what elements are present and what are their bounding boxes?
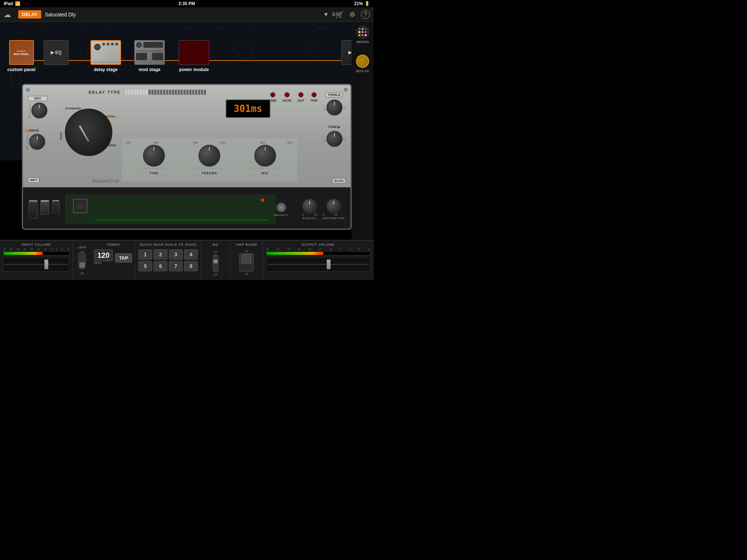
analog-label: ANALOG — [302, 217, 317, 220]
amp-toggle[interactable] — [239, 253, 254, 272]
input-fader[interactable] — [3, 257, 70, 272]
chain-item-eq-left[interactable]: ▶ EQ — [44, 40, 69, 65]
feedbk-knob[interactable] — [198, 145, 220, 167]
snap-btn-8[interactable]: 8 — [184, 261, 198, 271]
capacitors — [29, 200, 59, 218]
design-button[interactable]: DESIGN — [356, 26, 369, 44]
ng-on-label: on — [214, 250, 217, 253]
tap-button[interactable]: TAP — [115, 253, 132, 262]
chain-item-mod-stage[interactable]: mod stage — [134, 40, 165, 72]
tone-knob[interactable] — [326, 131, 342, 147]
saturation-knob[interactable] — [326, 199, 341, 213]
selector-dial[interactable] — [65, 109, 112, 156]
time-min-label: MIN — [126, 141, 131, 144]
output-fader[interactable] — [266, 257, 370, 272]
dot-green — [361, 28, 363, 30]
dot-red — [359, 28, 360, 30]
chain-item-delay-stage[interactable]: delay stage — [90, 40, 121, 72]
treble-knob[interactable] — [326, 100, 342, 116]
ng-slider-left[interactable] — [213, 254, 218, 272]
bias-fx-button[interactable]: BIAS FX — [356, 55, 369, 73]
preset-dropdown-button[interactable]: ▼ — [323, 11, 329, 18]
delay-stage-box[interactable] — [90, 40, 121, 65]
chain-label-custom: custom panel — [7, 67, 35, 72]
power-module-box[interactable] — [179, 40, 209, 65]
drive-label: DRIVE — [29, 129, 39, 132]
output-fader-track — [268, 264, 368, 265]
eq-left-label: ▶ EQ — [51, 50, 62, 55]
snap-btn-2[interactable]: 2 — [154, 249, 167, 260]
lock-title: LOCK — [78, 246, 86, 249]
dot-orange — [361, 31, 363, 33]
dry-knob[interactable] — [31, 102, 47, 118]
time-mode-btn[interactable]: TIME — [269, 92, 277, 102]
dot-blue — [365, 28, 367, 30]
bpm-unit: BPM — [94, 261, 113, 265]
input-meter — [3, 251, 70, 256]
preset-name[interactable]: Saturated Dly — [45, 12, 322, 18]
snap-btn-6[interactable]: 6 — [154, 261, 167, 271]
lock-slider[interactable] — [78, 251, 86, 269]
help-icon[interactable]: ? — [361, 10, 370, 19]
drive-led — [26, 129, 28, 132]
menu-button[interactable]: ≡ — [332, 11, 336, 18]
note-label: NOTE — [282, 99, 291, 102]
ng-thumb-left — [213, 260, 218, 263]
snap-btn-3[interactable]: 3 — [169, 249, 183, 260]
pcb-area: TPL — [65, 195, 275, 224]
ng-title: NG — [204, 243, 227, 246]
note-led — [285, 92, 290, 97]
bass-label: BASS — [333, 178, 345, 183]
unit-bottom: TPL INFINITY 010 ANALOG — [23, 187, 351, 230]
delay-value: 301ms — [234, 103, 262, 114]
amp-on-label: on — [245, 249, 248, 253]
infinity-label: INFINITY — [274, 214, 289, 217]
delay-tag[interactable]: DELAY — [18, 10, 41, 19]
dot-pingpong — [109, 115, 111, 117]
chain-item-power-module[interactable]: power module — [179, 40, 209, 72]
output-fader-thumb[interactable] — [326, 259, 331, 269]
drive-knob[interactable] — [29, 134, 45, 150]
quick-snap-section: QUICK SNAP (HOLD TO SAVE) 1 2 3 4 5 6 7 … — [135, 241, 201, 280]
time-max-label: MAX — [154, 141, 159, 144]
dot-mode-btn[interactable]: DOT — [297, 92, 304, 102]
mode-buttons: TIME NOTE DOT TRIP — [269, 92, 318, 102]
chain-item-custom-panel[interactable]: powered by BIAS PEDAL custom panel — [7, 40, 35, 72]
mod-stage-box[interactable] — [134, 40, 165, 65]
eq-left-box[interactable]: ▶ EQ — [44, 40, 69, 65]
snap-btn-5[interactable]: 5 — [138, 261, 152, 271]
main-unit: DELAY TYPE DRY 2 4 — [22, 84, 352, 230]
lock-section: LOCK off — [73, 241, 91, 280]
bias-fx-label: BIAS FX — [356, 69, 369, 73]
tone-section: TONE ▶ 0-12 12 — [323, 125, 345, 147]
snap-btn-1[interactable]: 1 — [138, 249, 152, 260]
note-mode-btn[interactable]: NOTE — [282, 92, 291, 102]
infinity-toggle[interactable] — [276, 202, 287, 213]
wet-section: WET — [28, 178, 39, 183]
right-panel: DESIGN BIAS FX — [352, 22, 374, 240]
settings-icon[interactable]: ⚙ — [349, 11, 355, 19]
bias-fx-knob — [356, 55, 369, 68]
wet-label: WET — [28, 178, 39, 183]
dot-white — [365, 34, 367, 36]
custom-panel-box[interactable]: powered by BIAS PEDAL — [9, 40, 34, 65]
bass-section: BASS — [333, 178, 345, 183]
analog-knob[interactable] — [302, 199, 317, 213]
battery-pct: 21% — [354, 1, 363, 6]
brand-text: PositiveGrid — [92, 178, 119, 184]
cloud-icon[interactable]: ☁ — [4, 9, 15, 20]
input-fader-thumb[interactable] — [44, 259, 49, 269]
top-right-icons: 🛒 ⚙ ? — [336, 10, 370, 19]
time-knob[interactable] — [143, 145, 165, 167]
trip-mode-btn[interactable]: TRIP — [310, 92, 318, 102]
snap-btn-7[interactable]: 7 — [169, 261, 183, 271]
snap-btn-4[interactable]: 4 — [184, 249, 198, 260]
battery-icon: 🔋 — [364, 1, 370, 6]
time-led — [270, 92, 275, 97]
cart-icon[interactable]: 🛒 — [336, 11, 344, 19]
chain-label-power: power module — [179, 67, 209, 72]
dot-led — [298, 92, 303, 97]
status-right: 21% 🔋 — [354, 1, 370, 6]
delay-knob-mini — [94, 44, 101, 50]
mix-knob[interactable] — [254, 145, 276, 167]
